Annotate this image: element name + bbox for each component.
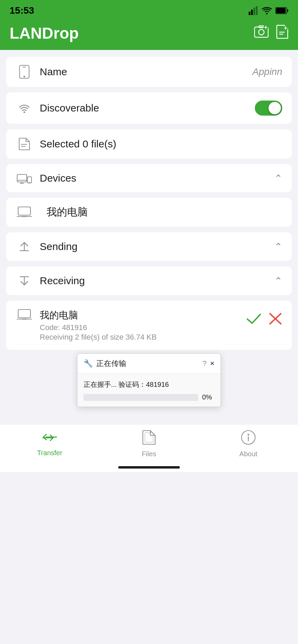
signal-icon	[249, 6, 258, 15]
receiving-device-name: 我的电脑	[40, 309, 246, 322]
dialog-close-button[interactable]: ×	[210, 359, 214, 368]
selected-files-label: Selected 0 file(s)	[40, 138, 282, 150]
main-content: Name Appinn Discoverable	[0, 50, 298, 417]
svg-rect-31	[18, 207, 30, 215]
receiving-card: Receiving ⌃	[6, 266, 292, 295]
dialog-progress-row: 0%	[84, 393, 214, 401]
discoverable-label: Discoverable	[40, 102, 255, 114]
toggle-thumb	[269, 102, 281, 114]
receiving-header[interactable]: Receiving ⌃	[6, 266, 292, 295]
tab-files[interactable]: Files	[128, 430, 170, 458]
laptop-icon-1	[16, 206, 33, 219]
svg-point-4	[266, 13, 268, 14]
tab-transfer[interactable]: Transfer	[29, 431, 70, 457]
my-computer-item[interactable]: 我的电脑	[6, 198, 292, 227]
selected-files-row[interactable]: Selected 0 file(s)	[6, 129, 292, 159]
svg-point-8	[259, 29, 264, 35]
devices-card: Devices ⌃	[6, 164, 292, 192]
transfer-dialog: 🔧 正在传输 ? × 正在握手... 验证码：481916 0%	[77, 353, 221, 407]
devices-label: Devices	[40, 172, 274, 184]
about-tab-label: About	[239, 450, 257, 458]
dialog-handshake-text: 正在握手... 验证码：481916	[84, 380, 214, 389]
transfer-tab-label: Transfer	[37, 449, 62, 457]
sending-card: Sending ⌃	[6, 232, 292, 261]
receiving-code: Code: 481916	[40, 323, 246, 332]
svg-rect-25	[17, 174, 27, 182]
files-tab-label: Files	[142, 450, 156, 458]
dialog-title: 正在传输	[96, 358, 199, 369]
transfer-tab-icon	[41, 431, 58, 447]
sending-chevron: ⌃	[274, 241, 282, 252]
status-bar: 15:53	[0, 0, 298, 21]
selected-files-card: Selected 0 file(s)	[6, 129, 292, 159]
sending-label: Sending	[40, 241, 274, 252]
tab-bar: Transfer Files About	[0, 424, 298, 461]
svg-rect-3	[256, 6, 258, 15]
files-tab-icon	[142, 430, 156, 448]
name-label: Name	[40, 66, 252, 78]
reject-button[interactable]	[269, 312, 282, 328]
status-icons	[249, 6, 288, 15]
discoverable-card: Discoverable	[6, 92, 292, 124]
wifi-icon	[262, 6, 272, 15]
progress-bar	[84, 394, 198, 401]
about-tab-icon	[241, 430, 256, 448]
svg-point-20	[24, 76, 25, 78]
receiving-size: Receiving 2 file(s) of size 36.74 KB	[40, 333, 246, 342]
toggle-track	[255, 101, 282, 116]
add-file-icon[interactable]	[275, 25, 288, 42]
devices-icon	[16, 173, 33, 184]
svg-rect-2	[253, 8, 255, 15]
svg-rect-38	[18, 310, 30, 318]
progress-percent: 0%	[202, 393, 214, 401]
action-icons	[246, 312, 282, 329]
device-icon	[16, 65, 33, 79]
transfer-dialog-wrapper: 🔧 正在传输 ? × 正在握手... 验证码：481916 0%	[6, 350, 292, 417]
receiving-label: Receiving	[40, 275, 274, 287]
receiving-info: 我的电脑 Code: 481916 Receiving 2 file(s) of…	[40, 309, 246, 342]
my-computer-label: 我的电脑	[47, 205, 282, 219]
wifi-setting-icon	[16, 103, 33, 113]
battery-icon	[275, 7, 288, 14]
svg-point-48	[248, 434, 249, 436]
app-title: LANDrop	[10, 24, 79, 42]
devices-header[interactable]: Devices ⌃	[6, 164, 292, 192]
laptop-icon-2	[16, 309, 33, 321]
sending-icon	[16, 240, 33, 253]
devices-chevron: ⌃	[274, 173, 282, 184]
file-icon	[16, 137, 33, 150]
accept-button[interactable]	[246, 312, 262, 329]
name-card: Name Appinn	[6, 57, 292, 87]
svg-point-22	[24, 111, 25, 113]
svg-rect-45	[145, 433, 153, 442]
app-header: LANDrop	[0, 21, 298, 50]
receiving-chevron: ⌃	[274, 275, 282, 287]
header-icons	[254, 25, 288, 42]
svg-point-30	[29, 182, 30, 183]
dialog-title-icon: 🔧	[84, 359, 93, 368]
status-time: 15:53	[10, 5, 34, 16]
sending-header[interactable]: Sending ⌃	[6, 232, 292, 261]
tab-about[interactable]: About	[228, 430, 269, 458]
discoverable-row[interactable]: Discoverable	[6, 92, 292, 124]
svg-rect-1	[251, 10, 253, 15]
svg-rect-0	[249, 12, 250, 15]
receiving-icon	[16, 275, 33, 287]
discoverable-toggle[interactable]	[255, 101, 282, 116]
svg-rect-6	[276, 8, 286, 13]
name-row[interactable]: Name Appinn	[6, 57, 292, 87]
dialog-header: 🔧 正在传输 ? ×	[77, 354, 221, 374]
name-value: Appinn	[252, 66, 282, 77]
add-photo-icon[interactable]	[254, 25, 269, 41]
home-indicator	[0, 461, 298, 472]
dialog-question-button[interactable]: ?	[202, 359, 207, 368]
home-bar	[118, 466, 180, 469]
receiving-item: 我的电脑 Code: 481916 Receiving 2 file(s) of…	[6, 301, 292, 350]
dialog-body: 正在握手... 验证码：481916 0%	[77, 374, 221, 407]
